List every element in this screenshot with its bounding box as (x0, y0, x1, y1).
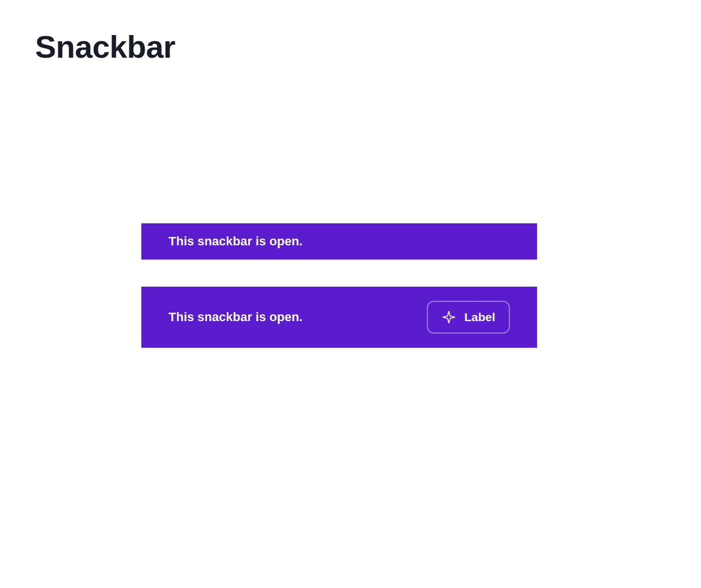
snackbar-action-button[interactable]: Label (427, 301, 510, 334)
snackbar-message: This snackbar is open. (168, 310, 302, 325)
sparkle-icon (442, 310, 456, 325)
page-title: Snackbar (35, 28, 666, 65)
action-button-label: Label (464, 310, 495, 324)
snackbar-message: This snackbar is open. (168, 234, 302, 249)
snackbar-simple: This snackbar is open. (141, 223, 537, 260)
snackbar-with-action: This snackbar is open. Label (141, 287, 537, 348)
snackbar-list: This snackbar is open. This snackbar is … (141, 223, 537, 348)
